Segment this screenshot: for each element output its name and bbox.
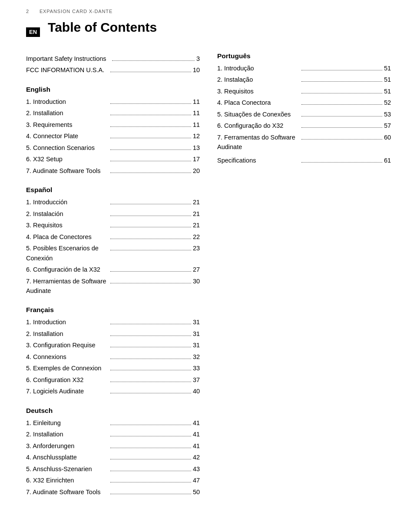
page-title: Table of Contents: [48, 20, 157, 35]
toc-entry-text: 2. Installation: [26, 108, 109, 118]
toc-entry-text: 2. Instalação: [217, 75, 300, 84]
toc-entry-text: 2. Instalación: [26, 209, 109, 219]
toc-entry: Important Safety Instructions3: [26, 54, 200, 63]
toc-entry: 4. Placa Conectora52: [217, 98, 391, 107]
toc-entry: 1. Introdução51: [217, 63, 391, 73]
toc-entry: 2. Installation11: [26, 108, 200, 118]
toc-page-number: 31: [193, 317, 200, 327]
toc-entry: 4. Connexions32: [26, 352, 200, 362]
toc-entry-text: 7. Logiciels Audinate: [26, 386, 109, 396]
toc-entry: 1. Introduction11: [26, 97, 200, 106]
toc-page-number: 3: [196, 54, 200, 63]
toc-page-number: 20: [193, 166, 200, 176]
toc-entry-text: 7. Audinate Software Tools: [26, 166, 109, 176]
section-lang-espa-ol: Español: [26, 186, 200, 194]
toc-entry: 3. Requisitos21: [26, 220, 200, 230]
toc-page-number: 32: [193, 352, 200, 362]
toc-dots: [110, 216, 191, 216]
toc-dots: [110, 436, 191, 436]
toc-page-number: 11: [193, 97, 200, 106]
toc-dots: [110, 324, 191, 324]
toc-page-number: 21: [193, 209, 200, 219]
toc-dots: [301, 162, 382, 163]
toc-dots: [110, 359, 191, 359]
left-column: Important Safety Instructions3FCC INFORM…: [26, 52, 200, 499]
toc-page-number: 12: [193, 131, 200, 141]
toc-dots: [110, 150, 191, 150]
toc-page-number: 31: [193, 329, 200, 339]
toc-entry-text: Important Safety Instructions: [26, 54, 110, 63]
toc-entry: 3. Requirements11: [26, 120, 200, 130]
toc-entry: 5. Exemples de Connexion33: [26, 363, 200, 373]
toc-page-number: 27: [193, 265, 200, 274]
toc-dots: [301, 139, 382, 140]
toc-page-number: 22: [193, 232, 200, 242]
toc-entry-text: 3. Anforderungen: [26, 441, 109, 451]
toc-entry: 1. Introducción21: [26, 197, 200, 207]
toc-dots: [110, 482, 191, 482]
toc-entry-text: 5. Exemples de Connexion: [26, 363, 109, 373]
toc-page-number: 60: [384, 133, 391, 142]
toc-page-number: 37: [193, 375, 200, 385]
toc-dots: [110, 72, 191, 72]
toc-entry-text: Specifications: [217, 156, 300, 165]
section-lang-deutsch: Deutsch: [26, 407, 200, 415]
toc-page-number: 51: [384, 75, 391, 84]
toc-entry: 4. Anschlussplatte42: [26, 452, 200, 462]
toc-entry-text: 6. Configuration X32: [26, 375, 109, 385]
chapter-separator: [33, 9, 36, 14]
toc-entry-text: 4. Connexions: [26, 352, 109, 362]
toc-entry-text: 5. Posibles Escenarios de Conexión: [26, 243, 109, 263]
toc-page-number: 33: [193, 363, 200, 373]
toc-entry: 2. Installation41: [26, 429, 200, 439]
toc-entry: Specifications61: [217, 156, 391, 165]
toc-entry: 6. Configuración de la X3227: [26, 265, 200, 274]
toc-page-number: 17: [193, 154, 200, 164]
toc-page-number: 41: [193, 418, 200, 428]
toc-entry: 5. Connection Scenarios13: [26, 143, 200, 153]
toc-dots: [110, 138, 191, 138]
toc-entry-text: 1. Introducción: [26, 197, 109, 207]
toc-page-number: 40: [193, 386, 200, 396]
toc-dots: [110, 370, 191, 370]
toc-page-number: 11: [193, 120, 200, 130]
toc-page-number: 43: [193, 464, 200, 474]
toc-entry-text: 4. Anschlussplatte: [26, 452, 109, 462]
toc-dots: [110, 471, 191, 471]
toc-entry-text: 7. Audinate Software Tools: [26, 487, 109, 497]
toc-entry: 5. Posibles Escenarios de Conexión23: [26, 243, 200, 263]
section-lang-english: English: [26, 86, 200, 93]
toc-entry-text: 1. Introdução: [217, 63, 300, 73]
toc-dots: [110, 239, 191, 239]
toc-dots: [110, 459, 191, 459]
toc-layout: Important Safety Instructions3FCC INFORM…: [26, 52, 391, 499]
toc-entry-text: 3. Requirements: [26, 120, 109, 130]
toc-entry-text: 6. Configuração do X32: [217, 121, 300, 130]
toc-dots: [301, 116, 382, 116]
toc-dots: [110, 382, 191, 382]
top-bar: 2 EXPANSION CARD X-DANTE: [26, 9, 391, 14]
toc-dots: [110, 126, 191, 127]
right-column: Português1. Introdução512. Instalação513…: [217, 52, 391, 499]
toc-entry-text: 5. Situações de Conexões: [217, 110, 300, 119]
toc-dots: [301, 127, 382, 128]
toc-entry-text: 1. Introduction: [26, 317, 109, 327]
toc-entry-text: 6. X32 Einrichten: [26, 475, 109, 485]
toc-page-number: 23: [193, 243, 200, 253]
toc-entry-text: 4. Connector Plate: [26, 131, 109, 141]
toc-dots: [110, 494, 191, 494]
toc-entry-text: 5. Anschluss-Szenarien: [26, 464, 109, 474]
toc-page-number: 31: [193, 340, 200, 350]
page: 2 EXPANSION CARD X-DANTE EN Table of Con…: [0, 0, 417, 532]
toc-dots: [110, 250, 191, 250]
toc-entry: 6. Configuration X3237: [26, 375, 200, 385]
toc-entry-text: 4. Placa de Conectores: [26, 232, 109, 242]
chapter-number: 2: [26, 9, 29, 14]
toc-entry: 4. Connector Plate12: [26, 131, 200, 141]
toc-entry: 2. Instalación21: [26, 209, 200, 219]
toc-page-number: 51: [384, 86, 391, 96]
toc-dots: [110, 393, 191, 393]
toc-entry: 6. X32 Setup17: [26, 154, 200, 164]
toc-page-number: 11: [193, 108, 200, 118]
toc-dots: [110, 173, 191, 173]
